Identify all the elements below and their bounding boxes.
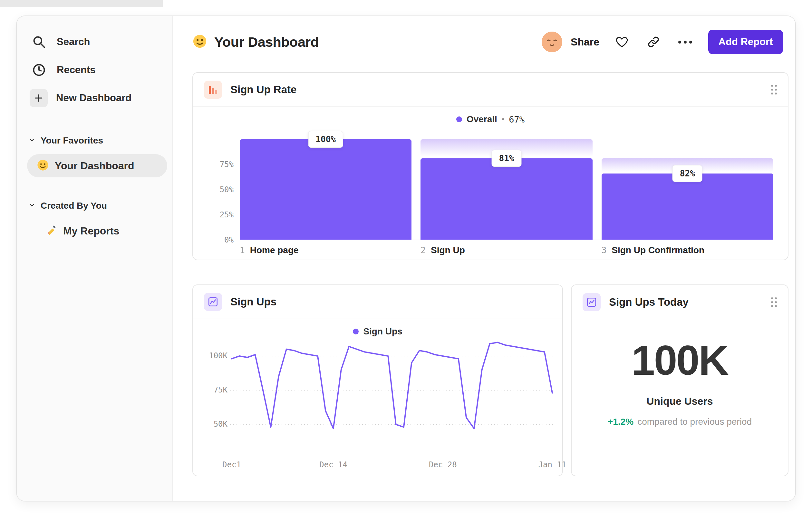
delta-note: compared to previous period xyxy=(637,417,752,427)
funnel-step-bar[interactable]: 81% xyxy=(420,139,592,240)
sidebar-item-label: Search xyxy=(57,36,90,48)
axis-tick-label: 50% xyxy=(220,185,234,194)
card-header: Sign Up Rate xyxy=(193,73,788,107)
axis-tick-label: 75K xyxy=(201,385,228,395)
axis-tick-label: 25% xyxy=(220,210,234,219)
sidebar-item-recents[interactable]: Recents xyxy=(17,58,172,82)
legend-dot xyxy=(353,329,359,334)
favorite-heart-button[interactable] xyxy=(613,33,631,51)
page-title: Your Dashboard xyxy=(214,34,319,50)
funnel-bar-fill xyxy=(602,173,773,240)
main-content: Your Dashboard Share xyxy=(173,16,795,501)
card-title: Sign Ups xyxy=(230,296,277,308)
funnel-baseline xyxy=(240,240,773,240)
sidebar-item-label: My Reports xyxy=(63,225,119,237)
heart-icon xyxy=(615,35,629,49)
card-sign-ups: Sign Ups Sign Ups 100K75K50K Dec1Dec 14D… xyxy=(192,284,563,476)
sidebar-item-your-dashboard[interactable]: Your Dashboard xyxy=(27,154,167,178)
axis-tick-label: Dec 14 xyxy=(319,460,347,469)
card-title: Sign Ups Today xyxy=(609,296,689,308)
link-icon xyxy=(647,35,660,48)
funnel-chart-icon xyxy=(204,81,222,99)
drag-handle-icon[interactable] xyxy=(771,85,777,94)
funnel-value-badge: 100% xyxy=(308,131,343,148)
page-header: Your Dashboard Share xyxy=(192,29,783,55)
ellipsis-icon xyxy=(678,40,692,44)
funnel-bar-fill xyxy=(240,139,411,240)
card-title: Sign Up Rate xyxy=(230,84,296,96)
legend-dot xyxy=(456,116,462,122)
funnel-step-label: 1Home page xyxy=(240,245,411,255)
funnel-y-axis: 75%50%25%0% xyxy=(203,139,234,240)
chevron-down-icon xyxy=(28,201,35,210)
axis-tick-label: 50K xyxy=(201,419,228,429)
avatar[interactable] xyxy=(542,32,562,52)
funnel-step-label: 2Sign Up xyxy=(420,245,592,255)
background-window-strip xyxy=(0,0,163,7)
card-header: Sign Ups Today xyxy=(572,285,788,319)
funnel-value-badge: 81% xyxy=(492,150,522,167)
axis-tick-label: 100K xyxy=(201,351,228,360)
card-sign-up-rate: Sign Up Rate Overall • 67% 75%50%25%0% 1… xyxy=(192,72,788,260)
funnel-x-labels: 1Home page2Sign Up3Sign Up Confirmation xyxy=(240,245,773,255)
sidebar-item-search[interactable]: Search xyxy=(17,30,172,54)
section-your-favorites[interactable]: Your Favorites xyxy=(17,132,172,149)
drag-handle-icon[interactable] xyxy=(771,297,777,307)
axis-tick-label: Jan 11 xyxy=(539,460,567,469)
header-actions: Share Add Report xyxy=(542,30,783,54)
axis-tick-label: Dec 28 xyxy=(429,460,457,469)
chevron-down-icon xyxy=(28,136,35,145)
line-chart-icon xyxy=(583,293,601,311)
section-created-by-you[interactable]: Created By You xyxy=(17,197,172,214)
app-window: Search Recents New Dashboard Your Favori xyxy=(16,16,796,501)
sidebar-item-label: New Dashboard xyxy=(56,92,132,104)
line-legend: Sign Ups xyxy=(193,324,562,338)
sidebar-item-label: Recents xyxy=(57,64,96,76)
clock-icon xyxy=(30,61,48,79)
search-icon xyxy=(30,33,48,51)
copy-link-button[interactable] xyxy=(644,33,663,51)
metric-delta: +1.2%compared to previous period xyxy=(572,417,788,427)
sidebar-item-label: Your Dashboard xyxy=(55,160,134,172)
add-report-button[interactable]: Add Report xyxy=(708,30,783,54)
funnel-step-bar[interactable]: 82% xyxy=(602,139,773,240)
funnel-plot: 100%81%82% xyxy=(240,139,773,240)
axis-tick-label: 0% xyxy=(224,236,234,244)
funnel-value-badge: 82% xyxy=(672,165,702,182)
funnel-step-label: 3Sign Up Confirmation xyxy=(602,245,773,255)
sidebar-item-my-reports[interactable]: My Reports xyxy=(36,219,165,243)
line-chart-icon xyxy=(204,293,222,311)
axis-tick-label: 75% xyxy=(220,160,234,169)
metric-label: Unique Users xyxy=(572,396,788,407)
funnel-step-bar[interactable]: 100% xyxy=(240,139,411,240)
smiley-emoji-icon xyxy=(37,159,49,172)
sidebar-item-new-dashboard[interactable]: New Dashboard xyxy=(17,86,172,110)
smiley-emoji-icon xyxy=(192,34,207,50)
sidebar: Search Recents New Dashboard Your Favori xyxy=(17,16,173,501)
pencil-emoji-icon xyxy=(46,224,57,237)
delta-percent: +1.2% xyxy=(608,417,634,427)
funnel-bar-fill xyxy=(420,158,592,240)
card-header: Sign Ups xyxy=(193,285,562,319)
funnel-legend: Overall • 67% xyxy=(193,112,788,127)
metric-value: 100K xyxy=(572,336,788,384)
more-options-button[interactable] xyxy=(676,33,694,51)
axis-tick-label: Dec1 xyxy=(222,460,241,469)
share-button[interactable]: Share xyxy=(571,36,599,48)
plus-icon xyxy=(30,89,48,107)
card-sign-ups-today: Sign Ups Today 100K Unique Users +1.2%co… xyxy=(571,284,788,476)
